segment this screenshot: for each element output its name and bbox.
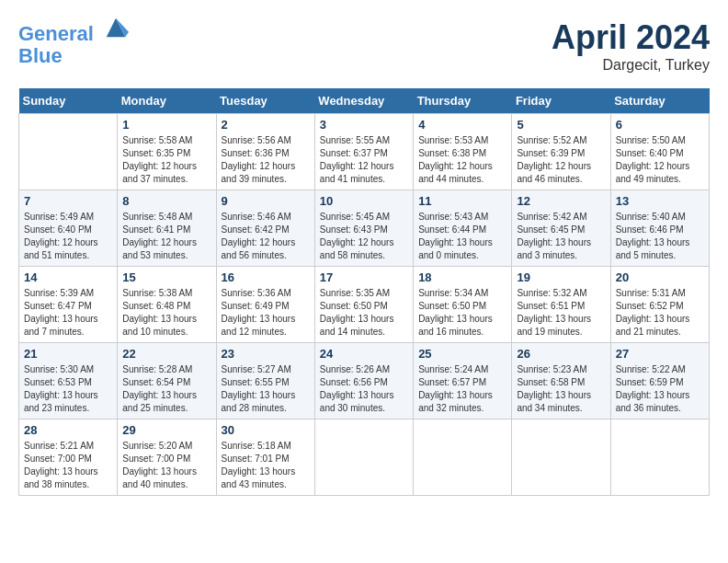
calendar-cell: 28Sunrise: 5:21 AM Sunset: 7:00 PM Dayli… — [19, 419, 118, 496]
day-number: 1 — [122, 118, 210, 132]
calendar-cell: 6Sunrise: 5:50 AM Sunset: 6:40 PM Daylig… — [610, 114, 709, 190]
day-info: Sunrise: 5:55 AM Sunset: 6:37 PM Dayligh… — [320, 134, 408, 186]
calendar-cell: 21Sunrise: 5:30 AM Sunset: 6:53 PM Dayli… — [19, 343, 118, 419]
day-info: Sunrise: 5:46 AM Sunset: 6:42 PM Dayligh… — [222, 211, 310, 262]
day-number: 2 — [222, 118, 310, 132]
calendar-cell: 11Sunrise: 5:43 AM Sunset: 6:44 PM Dayli… — [414, 190, 512, 267]
day-info: Sunrise: 5:42 AM Sunset: 6:45 PM Dayligh… — [517, 211, 605, 262]
calendar-week: 7Sunrise: 5:49 AM Sunset: 6:40 PM Daylig… — [19, 190, 710, 267]
day-info: Sunrise: 5:58 AM Sunset: 6:35 PM Dayligh… — [122, 134, 210, 186]
day-info: Sunrise: 5:39 AM Sunset: 6:47 PM Dayligh… — [24, 287, 112, 339]
calendar-cell: 1Sunrise: 5:58 AM Sunset: 6:35 PM Daylig… — [118, 114, 216, 190]
day-info: Sunrise: 5:21 AM Sunset: 7:00 PM Dayligh… — [24, 440, 112, 491]
calendar-cell: 30Sunrise: 5:18 AM Sunset: 7:01 PM Dayli… — [216, 419, 314, 496]
day-number: 20 — [616, 270, 704, 284]
calendar-cell: 26Sunrise: 5:23 AM Sunset: 6:58 PM Dayli… — [512, 343, 610, 419]
calendar-cell: 20Sunrise: 5:31 AM Sunset: 6:52 PM Dayli… — [610, 267, 709, 343]
calendar-cell — [314, 419, 413, 496]
day-info: Sunrise: 5:50 AM Sunset: 6:40 PM Dayligh… — [616, 134, 704, 186]
day-info: Sunrise: 5:18 AM Sunset: 7:01 PM Dayligh… — [222, 440, 310, 491]
calendar-cell: 9Sunrise: 5:46 AM Sunset: 6:42 PM Daylig… — [216, 190, 314, 267]
day-info: Sunrise: 5:31 AM Sunset: 6:52 PM Dayligh… — [616, 287, 704, 339]
weekday-header: Tuesday — [216, 88, 314, 114]
day-number: 5 — [517, 118, 605, 132]
day-number: 14 — [24, 270, 112, 284]
calendar-cell: 22Sunrise: 5:28 AM Sunset: 6:54 PM Dayli… — [118, 343, 216, 419]
logo-blue: Blue — [18, 44, 63, 67]
calendar-cell: 12Sunrise: 5:42 AM Sunset: 6:45 PM Dayli… — [512, 190, 610, 267]
calendar-cell — [19, 114, 118, 190]
calendar-cell: 2Sunrise: 5:56 AM Sunset: 6:36 PM Daylig… — [216, 114, 314, 190]
calendar-cell: 19Sunrise: 5:32 AM Sunset: 6:51 PM Dayli… — [512, 267, 610, 343]
calendar-cell: 5Sunrise: 5:52 AM Sunset: 6:39 PM Daylig… — [512, 114, 610, 190]
day-number: 22 — [122, 347, 210, 361]
page-header: General Blue April 2024 Dargecit, Turkey — [18, 18, 710, 74]
day-info: Sunrise: 5:22 AM Sunset: 6:59 PM Dayligh… — [616, 363, 704, 415]
day-info: Sunrise: 5:36 AM Sunset: 6:49 PM Dayligh… — [222, 287, 310, 339]
header-row: SundayMondayTuesdayWednesdayThursdayFrid… — [19, 88, 710, 114]
calendar-week: 1Sunrise: 5:58 AM Sunset: 6:35 PM Daylig… — [19, 114, 710, 190]
calendar-cell: 10Sunrise: 5:45 AM Sunset: 6:43 PM Dayli… — [314, 190, 413, 267]
calendar-cell — [414, 419, 512, 496]
calendar-week: 28Sunrise: 5:21 AM Sunset: 7:00 PM Dayli… — [19, 419, 710, 496]
weekday-header: Saturday — [610, 88, 709, 114]
day-info: Sunrise: 5:43 AM Sunset: 6:44 PM Dayligh… — [418, 211, 506, 262]
day-number: 17 — [320, 270, 408, 284]
calendar-cell: 16Sunrise: 5:36 AM Sunset: 6:49 PM Dayli… — [216, 267, 314, 343]
day-number: 7 — [24, 194, 112, 208]
calendar-cell: 14Sunrise: 5:39 AM Sunset: 6:47 PM Dayli… — [19, 267, 118, 343]
calendar-cell — [610, 419, 709, 496]
day-info: Sunrise: 5:24 AM Sunset: 6:57 PM Dayligh… — [418, 363, 506, 415]
day-number: 26 — [517, 347, 605, 361]
day-number: 9 — [222, 194, 310, 208]
weekday-header: Sunday — [19, 88, 118, 114]
calendar-cell: 24Sunrise: 5:26 AM Sunset: 6:56 PM Dayli… — [314, 343, 413, 419]
weekday-header: Wednesday — [314, 88, 413, 114]
month-title: April 2024 — [552, 18, 710, 57]
day-info: Sunrise: 5:20 AM Sunset: 7:00 PM Dayligh… — [122, 440, 210, 491]
day-info: Sunrise: 5:26 AM Sunset: 6:56 PM Dayligh… — [320, 363, 408, 415]
day-number: 15 — [122, 270, 210, 284]
logo-icon — [103, 15, 129, 40]
day-number: 13 — [616, 194, 704, 208]
calendar-cell — [512, 419, 610, 496]
day-info: Sunrise: 5:28 AM Sunset: 6:54 PM Dayligh… — [122, 363, 210, 415]
day-info: Sunrise: 5:56 AM Sunset: 6:36 PM Dayligh… — [222, 134, 310, 186]
calendar-week: 21Sunrise: 5:30 AM Sunset: 6:53 PM Dayli… — [19, 343, 710, 419]
calendar-cell: 23Sunrise: 5:27 AM Sunset: 6:55 PM Dayli… — [216, 343, 314, 419]
day-number: 24 — [320, 347, 408, 361]
day-number: 12 — [517, 194, 605, 208]
calendar-cell: 15Sunrise: 5:38 AM Sunset: 6:48 PM Dayli… — [118, 267, 216, 343]
day-number: 10 — [320, 194, 408, 208]
day-number: 19 — [517, 270, 605, 284]
calendar-cell: 18Sunrise: 5:34 AM Sunset: 6:50 PM Dayli… — [414, 267, 512, 343]
day-number: 28 — [24, 423, 112, 437]
day-number: 8 — [122, 194, 210, 208]
day-number: 3 — [320, 118, 408, 132]
day-info: Sunrise: 5:52 AM Sunset: 6:39 PM Dayligh… — [517, 134, 605, 186]
day-number: 4 — [418, 118, 506, 132]
day-number: 16 — [222, 270, 310, 284]
calendar-cell: 17Sunrise: 5:35 AM Sunset: 6:50 PM Dayli… — [314, 267, 413, 343]
day-info: Sunrise: 5:30 AM Sunset: 6:53 PM Dayligh… — [24, 363, 112, 415]
logo: General Blue — [18, 18, 129, 67]
day-number: 11 — [418, 194, 506, 208]
day-number: 18 — [418, 270, 506, 284]
day-info: Sunrise: 5:49 AM Sunset: 6:40 PM Dayligh… — [24, 211, 112, 262]
day-info: Sunrise: 5:45 AM Sunset: 6:43 PM Dayligh… — [320, 211, 408, 262]
day-info: Sunrise: 5:48 AM Sunset: 6:41 PM Dayligh… — [122, 211, 210, 262]
calendar-cell: 13Sunrise: 5:40 AM Sunset: 6:46 PM Dayli… — [610, 190, 709, 267]
calendar-cell: 3Sunrise: 5:55 AM Sunset: 6:37 PM Daylig… — [314, 114, 413, 190]
day-info: Sunrise: 5:40 AM Sunset: 6:46 PM Dayligh… — [616, 211, 704, 262]
weekday-header: Friday — [512, 88, 610, 114]
day-number: 23 — [222, 347, 310, 361]
weekday-header: Monday — [118, 88, 216, 114]
calendar-cell: 27Sunrise: 5:22 AM Sunset: 6:59 PM Dayli… — [610, 343, 709, 419]
day-info: Sunrise: 5:53 AM Sunset: 6:38 PM Dayligh… — [418, 134, 506, 186]
logo-general: General — [18, 22, 94, 45]
day-info: Sunrise: 5:27 AM Sunset: 6:55 PM Dayligh… — [222, 363, 310, 415]
day-info: Sunrise: 5:35 AM Sunset: 6:50 PM Dayligh… — [320, 287, 408, 339]
title-block: April 2024 Dargecit, Turkey — [552, 18, 710, 74]
day-info: Sunrise: 5:38 AM Sunset: 6:48 PM Dayligh… — [122, 287, 210, 339]
calendar-cell: 4Sunrise: 5:53 AM Sunset: 6:38 PM Daylig… — [414, 114, 512, 190]
